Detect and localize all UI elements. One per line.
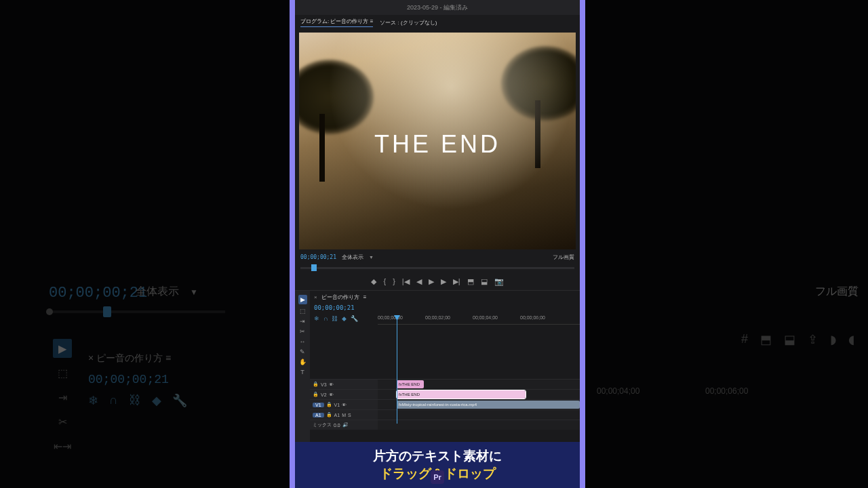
type-tool-icon[interactable]: T bbox=[300, 369, 304, 375]
monitor-quality[interactable]: フル画質 bbox=[553, 253, 574, 261]
magnet-icon[interactable]: ∩ bbox=[323, 315, 328, 322]
in-icon[interactable]: { bbox=[383, 277, 386, 285]
eye-icon[interactable]: 👁 bbox=[329, 392, 334, 397]
premiere-window: 2023-05-29 - 編集済み プログラム: ピー音の作り方 ≡ ソース :… bbox=[295, 0, 580, 442]
mute-icon[interactable]: M bbox=[342, 413, 346, 418]
track-label[interactable]: V2 bbox=[321, 392, 327, 397]
eye-icon[interactable]: 👁 bbox=[342, 403, 347, 407]
selection-tool-icon[interactable]: ▶ bbox=[298, 295, 307, 304]
hand-tool-icon[interactable]: ✋ bbox=[299, 359, 307, 365]
export-frame-icon[interactable]: 📷 bbox=[494, 277, 504, 286]
eye-icon[interactable]: 👁 bbox=[329, 382, 334, 387]
panel-menu-icon[interactable]: ≡ bbox=[363, 294, 367, 300]
playhead-icon[interactable] bbox=[311, 264, 317, 271]
solo-icon[interactable]: S bbox=[348, 413, 351, 418]
monitor-scrubber[interactable] bbox=[295, 263, 580, 274]
selection-tool-icon[interactable]: ▶ bbox=[53, 339, 72, 358]
ruler-tick: 00;00;06;00 bbox=[705, 386, 748, 396]
text-clip-selected[interactable]: fx THE END bbox=[397, 390, 526, 399]
text-clip[interactable]: fx THE END bbox=[397, 380, 424, 388]
export-icon[interactable]: ⇪ bbox=[808, 332, 818, 347]
mark-in-icon[interactable]: ◗ bbox=[830, 332, 836, 347]
caption-box: 片方のテキスト素材に ドラッグ＆ドロップ Pr bbox=[295, 442, 580, 488]
timeline-playhead[interactable] bbox=[397, 315, 397, 424]
lock-icon[interactable]: 🔒 bbox=[326, 412, 332, 418]
lock-icon[interactable]: 🔒 bbox=[326, 402, 332, 407]
pen-tool-icon[interactable]: ✎ bbox=[300, 348, 305, 355]
bg-transport-icons: # ⬒ ⬓ ⇪ ◗ ◖ bbox=[741, 332, 854, 347]
insert-icon[interactable]: ⬒ bbox=[760, 332, 772, 347]
track-target[interactable]: V1 bbox=[313, 403, 324, 407]
lock-icon[interactable]: 🔒 bbox=[313, 382, 319, 387]
razor-tool-icon[interactable]: ✂ bbox=[300, 328, 305, 335]
ruler-tick: 00;00;06;00 bbox=[520, 315, 545, 320]
out-icon[interactable]: } bbox=[393, 277, 395, 285]
step-back-icon[interactable]: ◀ bbox=[416, 277, 422, 286]
window-titlebar: 2023-05-29 - 編集済み bbox=[295, 0, 580, 15]
timeline-timecode[interactable]: 00;00;00;21 bbox=[314, 304, 355, 311]
link-icon[interactable]: ⛓ bbox=[332, 315, 338, 322]
extract-icon[interactable]: ⬓ bbox=[481, 277, 488, 286]
wrench-icon[interactable]: 🔧 bbox=[172, 393, 187, 408]
slip-tool-icon[interactable]: ↔ bbox=[300, 338, 306, 345]
mark-out-icon[interactable]: ◖ bbox=[848, 332, 854, 347]
bg-zoom-select[interactable]: 全体表示 bbox=[136, 285, 179, 299]
add-marker-icon[interactable]: ◆ bbox=[371, 277, 376, 286]
play-icon[interactable]: ▶ bbox=[429, 277, 434, 286]
track-label[interactable]: V3 bbox=[321, 382, 327, 387]
ruler-tick: 00;00;02;00 bbox=[425, 315, 450, 320]
bg-scrubber[interactable] bbox=[49, 310, 225, 313]
link-icon[interactable]: ⛓ bbox=[129, 393, 141, 408]
frame-icon[interactable]: # bbox=[741, 332, 748, 347]
ripple-tool-icon[interactable]: ⇥ bbox=[300, 318, 305, 325]
lift-icon[interactable]: ⬒ bbox=[467, 277, 474, 286]
overlay-title-text: THE END bbox=[299, 130, 576, 159]
bg-seq-tab[interactable]: × ピー音の作り方 ≡ bbox=[88, 352, 171, 365]
track-label[interactable]: V1 bbox=[334, 403, 340, 407]
program-monitor[interactable]: THE END bbox=[299, 33, 576, 249]
ripple-icon[interactable]: ⇥ bbox=[53, 388, 72, 407]
bg-seq-timecode[interactable]: 00;00;00;21 bbox=[88, 373, 169, 386]
slip-icon[interactable]: ⇤⇥ bbox=[53, 436, 72, 455]
monitor-timecode[interactable]: 00;00;00;21 bbox=[300, 254, 336, 260]
mix-value[interactable]: 0.0 bbox=[334, 423, 340, 428]
chevron-down-icon: ▼ bbox=[369, 255, 374, 260]
marker-icon[interactable]: ◆ bbox=[342, 315, 347, 322]
track-label[interactable]: A1 bbox=[334, 413, 340, 418]
mix-track-label: ミックス bbox=[313, 422, 332, 428]
wrench-icon[interactable]: 🔧 bbox=[351, 315, 358, 322]
timeline-panel: ▶ ⬚ ⇥ ✂ ↔ ✎ ✋ T × ピー音の作り方 ≡ 00;00;00;21 … bbox=[295, 290, 580, 442]
program-monitor-tab[interactable]: プログラム: ピー音の作り方 ≡ bbox=[300, 18, 373, 27]
lock-icon[interactable]: 🔒 bbox=[313, 392, 319, 397]
magnet-icon[interactable]: ∩ bbox=[109, 393, 118, 408]
go-in-icon[interactable]: |◀ bbox=[402, 277, 410, 286]
premiere-logo-icon: Pr bbox=[431, 470, 444, 484]
bg-full-quality[interactable]: フル画質 bbox=[815, 285, 859, 299]
snap-icon[interactable]: ❄ bbox=[314, 315, 319, 322]
source-monitor-tab[interactable]: ソース : (クリップなし) bbox=[380, 19, 437, 26]
tutorial-column: 2023-05-29 - 編集済み プログラム: ピー音の作り方 ≡ ソース :… bbox=[295, 0, 580, 488]
track-select-icon[interactable]: ⬚ bbox=[53, 363, 72, 382]
marker-icon[interactable]: ◆ bbox=[152, 393, 161, 408]
close-icon[interactable]: × bbox=[314, 294, 317, 300]
ruler-tick: 00;00;04;00 bbox=[473, 315, 498, 320]
video-clip[interactable]: fx Misty-tropical-rainforest-in-costa-ri… bbox=[397, 401, 580, 409]
bg-timecode: 00;00;00;21 bbox=[49, 285, 147, 302]
bg-tool-column: ▶ ⬚ ⇥ ✂ ⇤⇥ bbox=[53, 339, 87, 461]
track-select-tool-icon[interactable]: ⬚ bbox=[300, 308, 306, 314]
transport-controls: ◆ { } |◀ ◀ ▶ ▶ ▶| ⬒ ⬓ 📷 bbox=[295, 274, 580, 289]
overwrite-icon[interactable]: ⬓ bbox=[784, 332, 795, 347]
caption-line-1: 片方のテキスト素材に bbox=[373, 447, 502, 465]
step-fwd-icon[interactable]: ▶ bbox=[441, 277, 446, 286]
razor-icon[interactable]: ✂ bbox=[53, 412, 72, 431]
bg-timeline-icons: ❄ ∩ ⛓ ◆ 🔧 bbox=[88, 393, 187, 408]
timeline-ruler[interactable]: 00;00;00;00 00;00;02;00 00;00;04;00 00;0… bbox=[378, 315, 580, 325]
ruler-tick: 00;00;04;00 bbox=[597, 386, 639, 396]
sequence-tab[interactable]: ピー音の作り方 bbox=[321, 293, 359, 301]
speaker-icon[interactable]: 🔊 bbox=[342, 422, 349, 428]
monitor-zoom[interactable]: 全体表示 bbox=[342, 253, 363, 261]
chevron-down-icon: ▼ bbox=[190, 287, 198, 297]
go-out-icon[interactable]: ▶| bbox=[453, 277, 460, 286]
snap-icon[interactable]: ❄ bbox=[88, 393, 98, 408]
track-target[interactable]: A1 bbox=[313, 413, 324, 418]
